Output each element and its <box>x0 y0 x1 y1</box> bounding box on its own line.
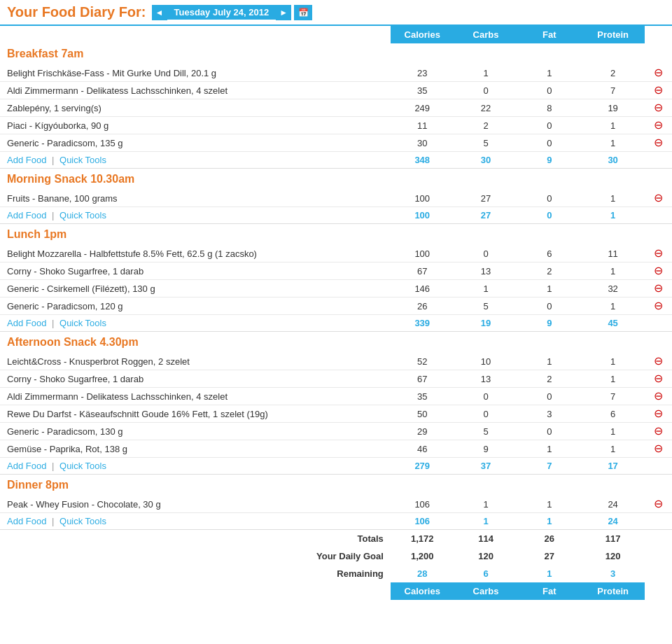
delete-food-button[interactable]: ⊖ <box>654 300 663 312</box>
calendar-button[interactable]: 📅 <box>294 5 312 20</box>
food-name: Leicht&Cross - Knusperbrot Roggen, 2 sze… <box>0 353 391 370</box>
date-display: Tuesday July 24, 2012 <box>167 5 276 20</box>
food-name: Corny - Shoko Sugarfree, 1 darab <box>0 262 391 280</box>
food-name: Peak - Whey Fusion - Chocolate, 30 g <box>0 496 391 513</box>
fat-header: Fat <box>517 26 581 43</box>
delete-food-button[interactable]: ⊖ <box>654 356 663 367</box>
quick-tools-link[interactable]: Quick Tools <box>59 210 106 220</box>
food-fat: 3 <box>517 405 581 423</box>
food-name: Aldi Zimmermann - Delikatess Lachsschink… <box>0 388 391 405</box>
add-food-row-breakfast: Add Food | Quick Tools 348 30 9 30 <box>0 152 672 169</box>
add-food-link[interactable]: Add Food <box>7 318 46 328</box>
food-carbs: 1 <box>454 496 518 513</box>
meal-header-afternoon-snack: Afternoon Snack 4.30pm <box>0 332 672 354</box>
delete-food-button[interactable]: ⊖ <box>654 67 663 78</box>
food-calories: 30 <box>391 134 454 152</box>
food-fat: 0 <box>517 134 581 152</box>
food-row: Generic - Paradicsom, 130 g 29 5 0 1 ⊖ <box>0 423 672 440</box>
delete-cell: ⊖ <box>645 280 672 298</box>
delete-food-button[interactable]: ⊖ <box>654 443 663 454</box>
food-name: Gemüse - Paprika, Rot, 138 g <box>0 440 391 458</box>
subtotal-protein: 45 <box>581 315 645 332</box>
food-protein: 1 <box>581 440 645 458</box>
food-row: Corny - Shoko Sugarfree, 1 darab 67 13 2… <box>0 262 672 280</box>
delete-food-button[interactable]: ⊖ <box>654 408 663 419</box>
food-calories: 67 <box>391 370 454 388</box>
delete-food-button[interactable]: ⊖ <box>654 137 663 148</box>
food-carbs: 5 <box>454 423 518 440</box>
food-carbs: 2 <box>454 117 518 134</box>
food-protein: 11 <box>581 245 645 262</box>
quick-tools-link[interactable]: Quick Tools <box>59 318 106 328</box>
food-name: Belight Frischkäse-Fass - Mit Gurke Und … <box>0 64 391 82</box>
food-carbs: 5 <box>454 298 518 315</box>
quick-tools-link[interactable]: Quick Tools <box>59 516 106 526</box>
food-protein: 1 <box>581 117 645 134</box>
subtotal-fat: 9 <box>517 152 581 169</box>
quick-tools-link[interactable]: Quick Tools <box>59 461 106 471</box>
food-calories: 50 <box>391 405 454 423</box>
delete-food-button[interactable]: ⊖ <box>654 85 663 96</box>
subtotal-carbs: 37 <box>454 458 518 475</box>
subtotal-cal: 106 <box>391 513 454 530</box>
add-food-link[interactable]: Add Food <box>7 210 46 220</box>
delete-food-button[interactable]: ⊖ <box>654 120 663 131</box>
add-food-link[interactable]: Add Food <box>7 516 46 526</box>
meal-header-breakfast: Breakfast 7am <box>0 43 672 64</box>
food-row: Corny - Shoko Sugarfree, 1 darab 67 13 2… <box>0 370 672 388</box>
totals-row: Totals 1,172 114 26 117 <box>0 530 672 548</box>
delete-cell: ⊖ <box>645 423 672 440</box>
delete-cell: ⊖ <box>645 82 672 99</box>
delete-food-button[interactable]: ⊖ <box>654 391 663 402</box>
add-food-row-afternoon-snack: Add Food | Quick Tools 279 37 7 17 <box>0 458 672 475</box>
delete-food-button[interactable]: ⊖ <box>654 192 663 204</box>
food-protein: 1 <box>581 370 645 388</box>
add-food-row-dinner: Add Food | Quick Tools 106 1 1 24 <box>0 513 672 530</box>
subtotal-protein: 17 <box>581 458 645 475</box>
food-name: Generic - Paradicsom, 120 g <box>0 298 391 315</box>
food-fat: 2 <box>517 370 581 388</box>
food-carbs: 0 <box>454 82 518 99</box>
delete-cell: ⊖ <box>645 99 672 117</box>
food-calories: 67 <box>391 262 454 280</box>
food-name: Generic - Csirkemell (Filézett), 130 g <box>0 280 391 298</box>
food-name: Piaci - Kígyóuborka, 90 g <box>0 117 391 134</box>
delete-cell: ⊖ <box>645 245 672 262</box>
subtotal-cal: 348 <box>391 152 454 169</box>
delete-food-button[interactable]: ⊖ <box>654 426 663 437</box>
delete-food-button[interactable]: ⊖ <box>654 248 663 259</box>
prev-date-button[interactable]: ◄ <box>152 5 167 20</box>
food-carbs: 9 <box>454 440 518 458</box>
delete-food-button[interactable]: ⊖ <box>654 265 663 276</box>
add-food-link[interactable]: Add Food <box>7 155 46 165</box>
bottom-calories-header: Calories <box>391 582 454 600</box>
calories-header: Calories <box>391 26 454 43</box>
delete-food-button[interactable]: ⊖ <box>654 373 663 384</box>
delete-food-button[interactable]: ⊖ <box>654 283 663 294</box>
delete-cell: ⊖ <box>645 262 672 280</box>
add-food-link[interactable]: Add Food <box>7 461 46 471</box>
food-row: Generic - Paradicsom, 120 g 26 5 0 1 ⊖ <box>0 298 672 315</box>
food-protein: 1 <box>581 423 645 440</box>
food-carbs: 22 <box>454 99 518 117</box>
quick-tools-link[interactable]: Quick Tools <box>59 155 106 165</box>
food-fat: 0 <box>517 298 581 315</box>
food-carbs: 10 <box>454 353 518 370</box>
delete-food-button[interactable]: ⊖ <box>654 498 663 510</box>
food-calories: 106 <box>391 496 454 513</box>
diary-table: Calories Carbs Fat Protein Breakfast 7am… <box>0 26 672 600</box>
delete-cell: ⊖ <box>645 298 672 315</box>
separator: | <box>52 210 54 220</box>
food-protein: 2 <box>581 64 645 82</box>
delete-food-button[interactable]: ⊖ <box>654 102 663 113</box>
food-row: Piaci - Kígyóuborka, 90 g 11 2 0 1 ⊖ <box>0 117 672 134</box>
subtotal-carbs: 1 <box>454 513 518 530</box>
date-nav: ◄ Tuesday July 24, 2012 ► 📅 <box>152 5 313 20</box>
food-protein: 6 <box>581 405 645 423</box>
bottom-carbs-header: Carbs <box>454 582 518 600</box>
subtotal-carbs: 27 <box>454 207 518 224</box>
next-date-button[interactable]: ► <box>276 5 291 20</box>
food-fat: 0 <box>517 190 581 207</box>
food-name: Generic - Paradicsom, 130 g <box>0 423 391 440</box>
food-carbs: 0 <box>454 388 518 405</box>
